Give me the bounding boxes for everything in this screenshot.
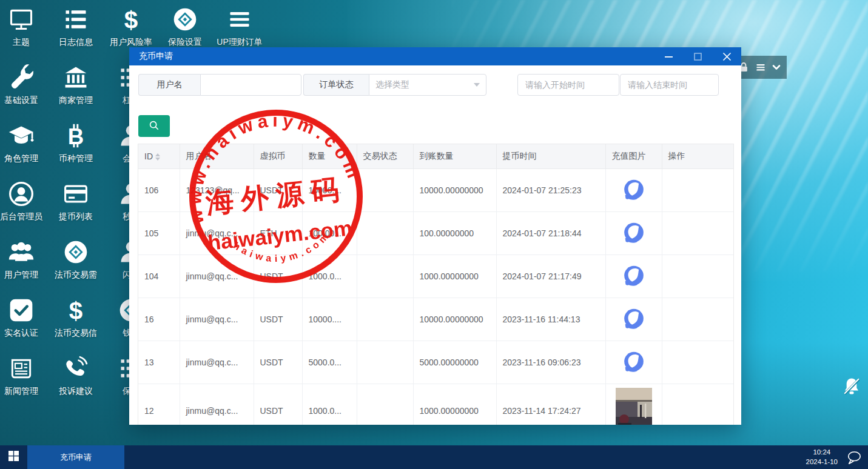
desktop-icon[interactable]: 保险设置 [160,5,210,48]
username-filter-group: 用户名 [138,74,301,96]
chevron-down-icon[interactable] [770,61,782,73]
exchange-badge-icon [50,238,101,267]
sort-carets-icon[interactable] [155,153,160,161]
cell-id: 105 [138,211,180,254]
cell-action [662,341,734,384]
bank-card-icon [50,179,101,208]
col-header-id[interactable]: ID [138,144,180,168]
start-button[interactable] [0,445,27,469]
desktop-icon[interactable]: UP理财订单 [214,5,265,48]
desktop-icon[interactable]: 角色管理 [0,121,47,164]
cell-image [605,384,662,425]
cell-coin: USDT [254,298,302,341]
cell-coin: USDT [254,384,302,425]
maximize-button[interactable] [683,47,712,65]
cell-image [605,341,662,384]
cell-received: 5000.00000000 [413,341,496,384]
desktop-icon[interactable]: 新闻管理 [0,354,47,397]
desktop-icon[interactable]: 投诉建议 [50,354,101,397]
cell-action [662,254,734,298]
cell-time: 2024-01-07 21:25:23 [496,168,605,211]
desktop-icon[interactable]: $ 用户风险率 [106,5,156,48]
desktop-icon[interactable]: 商家管理 [50,63,101,106]
desktop-icon-label: 提币列表 [50,211,101,222]
col-header-amount: 数量 [302,144,357,168]
cell-amount: 10000.... [302,168,357,211]
cell-amount: 1000.0... [302,384,357,425]
desktop-icon-label: 基础设置 [0,95,47,106]
cell-id: 106 [138,168,180,211]
bitcoin-icon: B [50,121,101,150]
col-header-coin: 虚拟币 [254,144,302,168]
window-title: 充币申请 [129,51,173,62]
start-time-input[interactable] [517,74,619,96]
chat-icon[interactable] [846,450,862,465]
desktop-icon[interactable]: 基础设置 [0,63,47,106]
cell-user: jinmu@qq.c... [180,384,254,425]
cell-user: 123123@qq... [180,168,254,211]
dollar-icon: $ [106,5,156,34]
monitor-icon [0,5,47,34]
cell-image [605,254,662,298]
desktop-icon[interactable]: 法币交易需 [50,238,101,281]
cell-status [357,341,413,384]
cell-image [605,168,662,211]
cell-user: jinmu@qq.c... [180,341,254,384]
bell-muted-icon[interactable] [842,376,861,397]
taskbar-task-deposit-requests[interactable]: 充币申请 [27,445,124,469]
cell-user: jinmu@qq.c... [180,254,254,298]
bank-icon [50,63,101,92]
desktop-icon[interactable]: B 币种管理 [50,121,101,164]
cell-amount: 10000.... [302,298,357,341]
taskbar-clock[interactable]: 10:24 2024-1-10 [806,448,846,467]
cell-coin: USDT [254,168,302,211]
cell-image [605,211,662,254]
order-status-filter-group: 订单状态 选择类型 [303,74,486,96]
cell-status [357,211,413,254]
order-status-label: 订单状态 [303,74,369,96]
desktop-icon-label: UP理财订单 [214,37,265,48]
search-button[interactable] [138,115,170,137]
desktop-icon-label: 日志信息 [50,37,101,48]
cell-action [662,298,734,341]
customer-service-avatar[interactable] [620,219,648,247]
desktop-icon-label: 币种管理 [50,153,101,164]
desktop-icon[interactable]: 实名认证 [0,296,47,339]
desktop-icon[interactable]: 后台管理员 [0,179,47,222]
cell-coin: USDT [254,254,302,298]
table-row: 106123123@qq...USDT10000....10000.000000… [138,168,734,211]
minimize-button[interactable] [654,47,683,65]
desktop-icon[interactable]: 提币列表 [50,179,101,222]
exchange-badge-icon [160,5,210,34]
close-button[interactable] [712,47,741,65]
cell-user: jinmu@qq.c... [180,211,254,254]
order-type-select[interactable]: 选择类型 [369,74,486,96]
cell-received: 10000.00000000 [413,298,496,341]
recharge-photo[interactable] [616,388,652,425]
check-square-icon [0,296,47,325]
cell-time: 2023-11-14 17:24:27 [496,384,605,425]
table-row: 13jinmu@qq.c...USDT5000.0...5000.0000000… [138,341,734,384]
end-time-input[interactable] [620,74,719,96]
window-body: 用户名 订单状态 选择类型 [129,65,741,425]
desktop-icon[interactable]: $ 法币交易信 [50,296,101,339]
cell-user: jinmu@qq.c... [180,298,254,341]
cell-id: 13 [138,341,180,384]
order-type-select-value: 选择类型 [375,79,409,90]
username-input[interactable] [200,74,301,96]
desktop-icon-label: 用户管理 [0,270,47,281]
menu-icon[interactable] [755,61,767,73]
desktop-icon-label: 商家管理 [50,95,101,106]
desktop-icon-label: 主题 [0,37,47,48]
customer-service-avatar[interactable] [620,305,648,333]
customer-service-avatar[interactable] [620,262,648,290]
desktop-icon[interactable]: 用户管理 [0,238,47,281]
desktop-icon-label: 保险设置 [160,37,210,48]
desktop-icon-label: 新闻管理 [0,386,47,397]
customer-service-avatar[interactable] [620,176,648,204]
desktop-icon[interactable]: 主题 [0,5,47,48]
cell-action [662,384,734,425]
desktop-icon[interactable]: 日志信息 [50,5,101,48]
desktop-icon-label: 投诉建议 [50,386,101,397]
customer-service-avatar[interactable] [620,348,648,376]
